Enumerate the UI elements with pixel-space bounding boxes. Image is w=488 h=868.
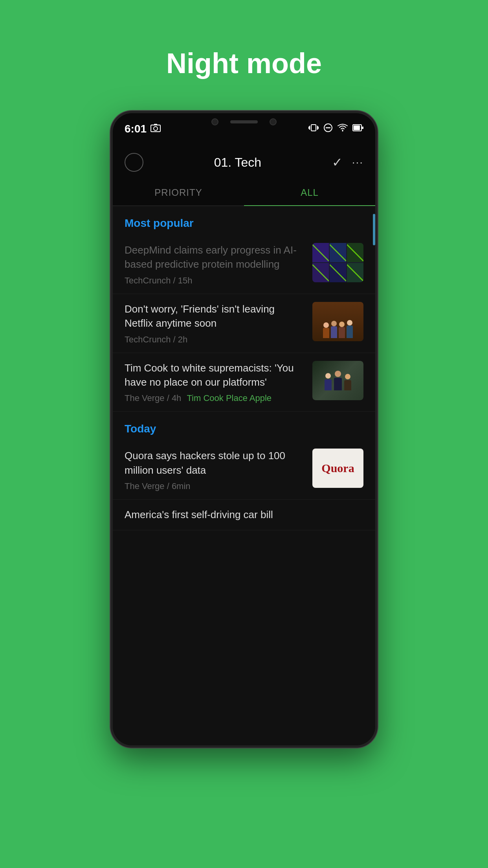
toolbar-title: 01. Tech [214,155,261,170]
friends-thumbnail [312,302,363,341]
news-text: Don't worry, 'Friends' isn't leaving Net… [125,302,305,345]
list-item[interactable]: Quora says hackers stole up to 100 milli… [113,441,375,500]
cook-thumbnail [312,361,363,400]
checkmark-icon[interactable]: ✓ [332,155,343,170]
svg-rect-11 [354,125,360,130]
svg-rect-12 [362,127,363,129]
do-not-disturb-icon [323,123,333,135]
camera-dot-right [270,118,277,125]
news-text: America's first self-driving car bill [125,508,363,526]
quora-thumbnail: Quora [312,449,363,488]
tab-all[interactable]: ALL [244,180,375,206]
vibrate-icon [308,123,319,135]
svg-rect-2 [154,124,157,125]
news-meta: TechCrunch / 15h [125,276,305,286]
news-thumbnail [312,302,363,341]
list-item[interactable]: America's first self-driving car bill [113,500,375,530]
news-headline: Don't worry, 'Friends' isn't leaving Net… [125,302,305,331]
section-today-title: Today [125,423,156,435]
list-item[interactable]: Don't worry, 'Friends' isn't leaving Net… [113,294,375,353]
news-text: Tim Cook to white supremacists: 'You hav… [125,361,305,404]
news-meta: The Verge / 4h Tim Cook Place Apple [125,393,305,403]
battery-icon [352,123,363,134]
scrollbar[interactable] [373,214,375,245]
list-item[interactable]: DeepMind claims early progress in AI-bas… [113,235,375,294]
status-bar-right [308,123,363,135]
more-options-icon[interactable]: ··· [352,156,363,169]
news-headline: DeepMind claims early progress in AI-bas… [125,243,305,272]
phone-device: 6:01 [110,111,378,748]
news-text: Quora says hackers stole up to 100 milli… [125,449,305,491]
section-most-popular-title: Most popular [125,217,194,229]
news-thumbnail: Quora [312,449,363,488]
photo-icon [150,123,161,134]
status-time: 6:01 [125,123,147,135]
tag-tim-cook[interactable]: Tim Cook Place Apple [187,393,272,403]
section-today: Today [113,412,375,441]
status-bar-left: 6:01 [125,123,161,135]
quora-logo-text: Quora [321,462,354,475]
notch [197,113,291,131]
deepmind-thumbnail [312,243,363,282]
page-title: Night mode [166,47,322,79]
news-headline: Tim Cook to white supremacists: 'You hav… [125,361,305,390]
tabs-bar: PRIORITY ALL [113,180,375,206]
news-thumbnail [312,361,363,400]
news-headline: Quora says hackers stole up to 100 milli… [125,449,305,477]
news-meta: TechCrunch / 2h [125,335,305,345]
wifi-icon [338,124,348,134]
camera-dot-left [211,118,218,125]
toolbar: 01. Tech ✓ ··· [113,145,375,180]
svg-point-1 [154,127,158,131]
toolbar-circle[interactable] [125,153,143,172]
news-headline: America's first self-driving car bill [125,508,363,522]
news-meta: The Verge / 6min [125,481,305,491]
list-item[interactable]: Tim Cook to white supremacists: 'You hav… [113,353,375,412]
status-bar: 6:01 [113,113,375,145]
tab-priority[interactable]: PRIORITY [113,180,244,206]
news-thumbnail [312,243,363,282]
speaker-bar [230,120,258,123]
news-text: DeepMind claims early progress in AI-bas… [125,243,305,286]
svg-rect-3 [311,125,316,131]
content-area: Most popular DeepMind claims early progr… [113,206,375,745]
toolbar-actions: ✓ ··· [332,155,363,170]
section-most-popular: Most popular [113,206,375,235]
